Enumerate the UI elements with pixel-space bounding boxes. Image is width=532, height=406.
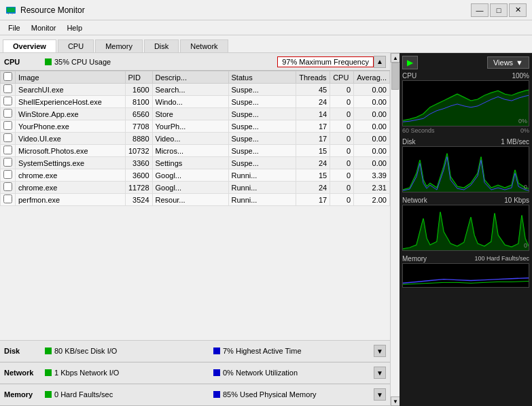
row-checkbox-cell[interactable] [1, 120, 16, 133]
row-checkbox-cell[interactable] [1, 133, 16, 145]
memory-stat2: 85% Used Physical Memory [213, 390, 374, 399]
row-image: perfmon.exe [16, 194, 126, 206]
play-button[interactable]: ▶ [402, 56, 418, 69]
network-chart-scale: 10 Kbps [504, 197, 529, 204]
maximize-button[interactable]: □ [490, 3, 508, 17]
network-section-header[interactable]: Network 1 Kbps Network I/O 0% Network Ut… [0, 362, 390, 384]
table-row[interactable]: Microsoft.Photos.exe 10732 Micros... Sus… [1, 145, 390, 157]
cpu-section-header[interactable]: CPU 35% CPU Usage 97% Maximum Frequency … [0, 53, 390, 71]
cpu-chart: 0% [402, 80, 529, 126]
row-checkbox-cell[interactable] [1, 169, 16, 182]
network-collapse-btn[interactable]: ▼ [374, 367, 386, 379]
menu-file[interactable]: File [3, 22, 26, 33]
col-pid-header[interactable]: PID [125, 71, 152, 84]
menu-help[interactable]: Help [61, 22, 88, 33]
left-scrollbar[interactable]: ▲ ▼ [390, 53, 400, 406]
row-checkbox[interactable] [3, 194, 12, 203]
col-desc-header[interactable]: Descrip... [152, 71, 228, 84]
views-button[interactable]: Views ▼ [487, 56, 529, 69]
scroll-down-btn[interactable]: ▼ [391, 396, 400, 406]
col-checkbox[interactable] [1, 71, 16, 84]
cpu-chart-time: 60 Seconds [402, 127, 435, 134]
row-pid: 3600 [125, 169, 152, 182]
row-checkbox[interactable] [3, 109, 12, 118]
cpu-chart-scale: 100% [512, 72, 529, 80]
cpu-table-scroll[interactable]: Image PID Descrip... Status Threads CPU … [0, 71, 390, 207]
row-desc: Googl... [152, 169, 228, 182]
row-checkbox[interactable] [3, 84, 12, 93]
row-cpu: 0 [330, 84, 354, 96]
row-status: Suspe... [228, 133, 296, 145]
tab-network[interactable]: Network [180, 39, 228, 52]
scroll-up-btn[interactable]: ▲ [391, 53, 400, 63]
table-row[interactable]: ShellExperienceHost.exe 8100 Windo... Su… [1, 96, 390, 108]
col-cpu-header[interactable]: CPU [330, 71, 354, 84]
disk-stat1-indicator [45, 348, 52, 354]
row-pid: 3360 [125, 157, 152, 169]
table-row[interactable]: chrome.exe 11728 Googl... Runni... 24 0 … [1, 182, 390, 194]
row-cpu: 0 [330, 169, 354, 182]
row-image: Video.UI.exe [16, 133, 126, 145]
tab-disk[interactable]: Disk [144, 39, 179, 52]
table-row[interactable]: Video.UI.exe 8880 Video... Suspe... 17 0… [1, 133, 390, 145]
row-cpu: 0 [330, 120, 354, 133]
row-checkbox-cell[interactable] [1, 84, 16, 96]
scroll-thumb[interactable] [391, 63, 399, 90]
memory-section-header[interactable]: Memory 0 Hard Faults/sec 85% Used Physic… [0, 384, 390, 406]
memory-collapse-btn[interactable]: ▼ [374, 388, 386, 401]
row-status: Runni... [228, 194, 296, 206]
row-checkbox-cell[interactable] [1, 145, 16, 157]
svg-rect-1 [7, 7, 15, 12]
memory-stat1: 0 Hard Faults/sec [45, 390, 205, 399]
table-row[interactable]: WinStore.App.exe 6560 Store Suspe... 14 … [1, 108, 390, 120]
network-stat1: 1 Kbps Network I/O [45, 369, 205, 377]
disk-section-header[interactable]: Disk 80 KB/sec Disk I/O 7% Highest Activ… [0, 341, 390, 362]
row-checkbox-cell[interactable] [1, 194, 16, 206]
row-avg: 2.31 [354, 182, 390, 194]
row-checkbox[interactable] [3, 133, 12, 142]
row-checkbox[interactable] [3, 170, 12, 179]
tab-cpu[interactable]: CPU [58, 39, 94, 52]
disk-stat2-text: 7% Highest Active Time [223, 347, 302, 355]
table-row[interactable]: perfmon.exe 3524 Resour... Runni... 17 0… [1, 194, 390, 206]
row-checkbox-cell[interactable] [1, 182, 16, 194]
row-checkbox-cell[interactable] [1, 96, 16, 108]
table-row[interactable]: SearchUI.exe 1600 Search... Suspe... 45 … [1, 84, 390, 96]
table-row[interactable]: chrome.exe 3600 Googl... Runni... 15 0 3… [1, 169, 390, 182]
col-avg-header[interactable]: Averag... [354, 71, 390, 84]
scroll-track[interactable] [391, 63, 400, 396]
disk-collapse-btn[interactable]: ▼ [374, 345, 386, 357]
col-status-header[interactable]: Status [228, 71, 296, 84]
row-status: Runni... [228, 182, 296, 194]
table-row[interactable]: SystemSettings.exe 3360 Settings Suspe..… [1, 157, 390, 169]
row-checkbox[interactable] [3, 121, 12, 130]
row-desc: Windo... [152, 96, 228, 108]
col-image-header[interactable]: Image [16, 71, 126, 84]
row-avg: 0.00 [354, 157, 390, 169]
tab-overview[interactable]: Overview [3, 39, 56, 52]
row-avg: 0.00 [354, 145, 390, 157]
row-checkbox-cell[interactable] [1, 108, 16, 120]
select-all-checkbox[interactable] [3, 72, 12, 81]
row-threads: 24 [296, 157, 330, 169]
network-chart-title: Network [402, 197, 427, 204]
row-checkbox[interactable] [3, 158, 12, 167]
memory-stat1-indicator [45, 391, 52, 398]
close-button[interactable]: ✕ [509, 3, 527, 17]
cpu-collapse-btn[interactable]: ▲ [374, 56, 386, 68]
cpu-chart-section: CPU 100% 0% 60 Seconds 0% [402, 72, 529, 134]
col-threads-header[interactable]: Threads [296, 71, 330, 84]
table-row[interactable]: YourPhone.exe 7708 YourPh... Suspe... 17… [1, 120, 390, 133]
network-chart-section: Network 10 Kbps 0 [402, 197, 529, 251]
row-checkbox[interactable] [3, 146, 12, 154]
memory-stat2-indicator [213, 391, 220, 398]
cpu-stat1: 35% CPU Usage [45, 58, 272, 66]
row-checkbox[interactable] [3, 97, 12, 105]
tab-memory[interactable]: Memory [95, 39, 143, 52]
memory-stat2-text: 85% Used Physical Memory [223, 390, 317, 399]
row-checkbox[interactable] [3, 182, 12, 191]
row-threads: 14 [296, 108, 330, 120]
row-checkbox-cell[interactable] [1, 157, 16, 169]
menu-monitor[interactable]: Monitor [26, 22, 62, 33]
minimize-button[interactable]: — [471, 3, 489, 17]
